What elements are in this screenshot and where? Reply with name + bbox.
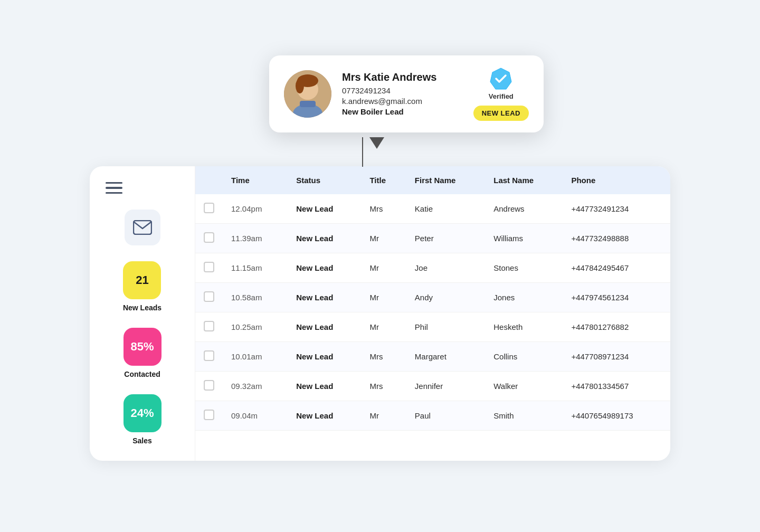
cell-status: New Lead xyxy=(288,223,361,253)
cell-status: New Lead xyxy=(288,371,361,401)
col-title: Title xyxy=(361,166,406,194)
cell-title: Mr xyxy=(361,312,406,341)
cell-title: Mrs xyxy=(361,341,406,371)
col-first-name: First Name xyxy=(406,166,485,194)
cell-title: Mr xyxy=(361,223,406,253)
row-checkbox-cell[interactable] xyxy=(195,341,223,371)
status-badge: New Lead xyxy=(296,293,333,302)
cell-title: Mr xyxy=(361,282,406,312)
svg-rect-7 xyxy=(134,221,151,234)
popup-connector xyxy=(362,137,363,167)
cell-status: New Lead xyxy=(288,341,361,371)
cell-last_name: Walker xyxy=(485,371,563,401)
popup-card: Mrs Katie Andrews 07732491234 k.andrews@… xyxy=(269,55,544,132)
arrow-down xyxy=(369,137,384,149)
row-checkbox[interactable] xyxy=(204,380,214,391)
cell-first_name: Peter xyxy=(406,223,485,253)
svg-point-4 xyxy=(296,79,304,93)
cell-status: New Lead xyxy=(288,194,361,224)
row-checkbox[interactable] xyxy=(204,350,214,361)
hamburger-line-1 xyxy=(106,182,122,184)
status-badge: New Lead xyxy=(296,382,333,391)
col-checkbox xyxy=(195,166,223,194)
col-status: Status xyxy=(288,166,361,194)
contacted-label: Contacted xyxy=(124,370,160,378)
stat-sales: 24% Sales xyxy=(124,394,162,445)
mail-icon xyxy=(133,220,152,235)
stat-new-leads: 21 New Leads xyxy=(123,261,162,312)
table-row[interactable]: 12.04pmNew LeadMrsKatieAndrews+447732491… xyxy=(195,194,670,224)
svg-marker-6 xyxy=(490,68,511,89)
row-checkbox[interactable] xyxy=(204,203,214,213)
row-checkbox[interactable] xyxy=(204,410,214,420)
row-checkbox-cell[interactable] xyxy=(195,371,223,401)
col-phone: Phone xyxy=(563,166,670,194)
cell-status: New Lead xyxy=(288,312,361,341)
verified-text: Verified xyxy=(489,92,514,100)
main-panel: 21 New Leads 85% Contacted 24% Sales xyxy=(90,166,670,461)
row-checkbox-cell[interactable] xyxy=(195,401,223,430)
table-row[interactable]: 10.01amNew LeadMrsMargaretCollins+447708… xyxy=(195,341,670,371)
status-badge: New Lead xyxy=(296,204,333,213)
col-last-name: Last Name xyxy=(485,166,563,194)
cell-first_name: Andy xyxy=(406,282,485,312)
col-time: Time xyxy=(223,166,288,194)
cell-time: 09.04m xyxy=(223,401,288,430)
leads-table: Time Status Title First Name Last Name P… xyxy=(195,166,670,431)
sidebar: 21 New Leads 85% Contacted 24% Sales xyxy=(90,166,195,461)
new-lead-popup-badge: NEW LEAD xyxy=(473,106,529,121)
status-badge: New Lead xyxy=(296,352,333,361)
table-row[interactable]: 10.58amNew LeadMrAndyJones+447974561234 xyxy=(195,282,670,312)
sales-badge: 24% xyxy=(124,394,162,432)
svg-rect-5 xyxy=(300,101,316,107)
cell-time: 12.04pm xyxy=(223,194,288,224)
cell-time: 11.15am xyxy=(223,253,288,282)
cell-title: Mr xyxy=(361,401,406,430)
cell-last_name: Williams xyxy=(485,223,563,253)
row-checkbox[interactable] xyxy=(204,291,214,302)
popup-right: Verified NEW LEAD xyxy=(473,67,529,121)
row-checkbox-cell[interactable] xyxy=(195,253,223,282)
popup-email: k.andrews@gmail.com xyxy=(342,97,463,106)
cell-title: Mrs xyxy=(361,194,406,224)
cell-status: New Lead xyxy=(288,253,361,282)
row-checkbox-cell[interactable] xyxy=(195,312,223,341)
cell-time: 10.25am xyxy=(223,312,288,341)
table-row[interactable]: 09.32amNew LeadMrsJenniferWalker+4478013… xyxy=(195,371,670,401)
new-leads-badge: 21 xyxy=(123,261,161,299)
mail-icon-box[interactable] xyxy=(125,210,160,245)
table-row[interactable]: 09.04mNew LeadMrPaulSmith+4407654989173 xyxy=(195,401,670,430)
cell-title: Mr xyxy=(361,253,406,282)
cell-phone: +447732498888 xyxy=(563,223,670,253)
cell-status: New Lead xyxy=(288,401,361,430)
cell-first_name: Margaret xyxy=(406,341,485,371)
cell-first_name: Katie xyxy=(406,194,485,224)
hamburger-menu-icon[interactable] xyxy=(106,182,122,194)
cell-phone: +447732491234 xyxy=(563,194,670,224)
stat-contacted: 85% Contacted xyxy=(124,328,162,378)
row-checkbox-cell[interactable] xyxy=(195,282,223,312)
table-header-row: Time Status Title First Name Last Name P… xyxy=(195,166,670,194)
cell-last_name: Andrews xyxy=(485,194,563,224)
table-row[interactable]: 11.39amNew LeadMrPeterWilliams+447732498… xyxy=(195,223,670,253)
table-row[interactable]: 11.15amNew LeadMrJoeStones+447842495467 xyxy=(195,253,670,282)
row-checkbox[interactable] xyxy=(204,262,214,272)
status-badge: New Lead xyxy=(296,263,333,272)
cell-phone: +447842495467 xyxy=(563,253,670,282)
row-checkbox[interactable] xyxy=(204,321,214,331)
cell-first_name: Phil xyxy=(406,312,485,341)
row-checkbox-cell[interactable] xyxy=(195,194,223,224)
cell-phone: +447974561234 xyxy=(563,282,670,312)
contacted-badge: 85% xyxy=(124,328,162,366)
cell-phone: +447801334567 xyxy=(563,371,670,401)
row-checkbox-cell[interactable] xyxy=(195,223,223,253)
popup-phone: 07732491234 xyxy=(342,86,463,95)
page-wrapper: Mrs Katie Andrews 07732491234 k.andrews@… xyxy=(90,166,670,461)
cell-last_name: Hesketh xyxy=(485,312,563,341)
row-checkbox[interactable] xyxy=(204,232,214,243)
table-row[interactable]: 10.25amNew LeadMrPhilHesketh+44780127688… xyxy=(195,312,670,341)
cell-title: Mrs xyxy=(361,371,406,401)
sales-label: Sales xyxy=(132,436,152,445)
status-badge: New Lead xyxy=(296,411,333,420)
cell-first_name: Joe xyxy=(406,253,485,282)
